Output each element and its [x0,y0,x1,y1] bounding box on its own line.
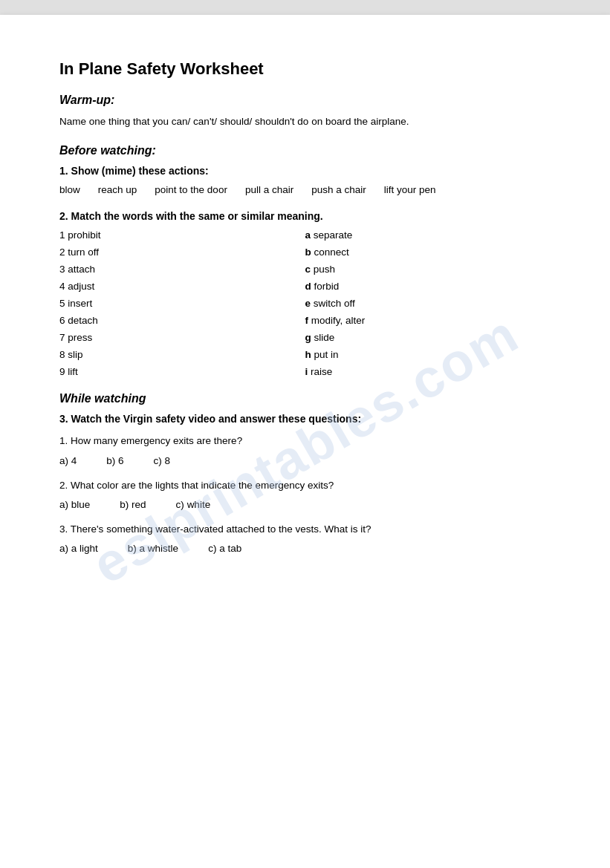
match-words-heading: 2. Match the words with the same or simi… [59,210,551,222]
q3-opt-b: b) a whistle [128,543,178,554]
actions-list: blow reach up point to the door pull a c… [59,184,551,195]
action-blow: blow [59,184,80,195]
match-row-8: 8 slip h put in [59,349,551,360]
match-row-6: 6 detach f modify, alter [59,315,551,326]
q3-opt-c: c) a tab [208,543,241,554]
question-1-block: 1. How many emergency exits are there? a… [59,434,551,466]
action-reach-up: reach up [98,184,137,195]
match-row-4: 4 adjust d forbid [59,281,551,292]
main-title: In Plane Safety Worksheet [59,59,551,79]
q2-opt-a: a) blue [59,499,90,510]
action-push-chair: push a chair [311,184,366,195]
q3-opt-a: a) a light [59,543,98,554]
match-table: 1 prohibit a separate 2 turn off b conne… [59,229,551,377]
question-3-block: 3. There's something water-activated att… [59,522,551,554]
q1-opt-c: c) 8 [154,455,171,466]
warmup-instruction: Name one thing that you can/ can't/ shou… [59,114,551,129]
watch-video-heading: 3. Watch the Virgin safety video and ans… [59,413,551,425]
q1-opt-b: b) 6 [106,455,123,466]
match-row-1: 1 prohibit a separate [59,229,551,241]
action-pull-chair: pull a chair [245,184,293,195]
show-actions-heading: 1. Show (mime) these actions: [59,165,551,177]
question-2-block: 2. What color are the lights that indica… [59,478,551,510]
question-1-text: 1. How many emergency exits are there? [59,434,551,448]
match-row-9: 9 lift i raise [59,366,551,377]
question-3-answers: a) a light b) a whistle c) a tab [59,543,551,554]
before-watching-heading: Before watching: [59,144,551,157]
before-watching-section: Before watching: 1. Show (mime) these ac… [59,144,551,377]
action-point-door: point to the door [155,184,227,195]
question-3-text: 3. There's something water-activated att… [59,522,551,537]
worksheet-page: eslprintables.com In Plane Safety Worksh… [0,15,610,868]
question-2-answers: a) blue b) red c) white [59,499,551,510]
match-row-5: 5 insert e switch off [59,298,551,309]
q1-opt-a: a) 4 [59,455,77,466]
warmup-section: Warm-up: Name one thing that you can/ ca… [59,94,551,129]
warmup-heading: Warm-up: [59,94,551,107]
q2-opt-c: c) white [176,499,211,510]
question-2-text: 2. What color are the lights that indica… [59,478,551,493]
while-watching-heading: While watching [59,392,551,405]
while-watching-section: While watching 3. Watch the Virgin safet… [59,392,551,554]
question-1-answers: a) 4 b) 6 c) 8 [59,455,551,466]
match-row-7: 7 press g slide [59,332,551,343]
q2-opt-b: b) red [120,499,146,510]
action-lift-pen: lift your pen [384,184,436,195]
match-row-2: 2 turn off b connect [59,247,551,258]
match-row-3: 3 attach c push [59,264,551,275]
